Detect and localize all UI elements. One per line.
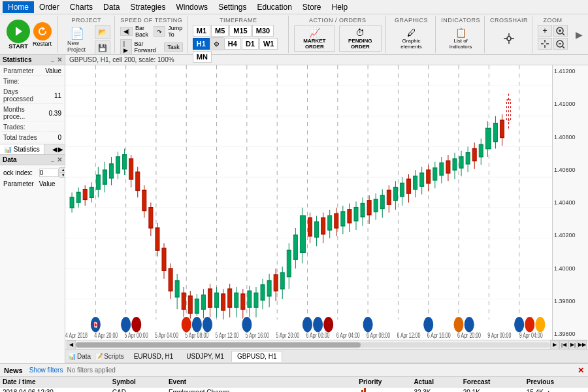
svg-rect-165 [472, 149, 476, 161]
svg-rect-141 [393, 188, 397, 201]
restart-button[interactable] [33, 22, 52, 41]
stats-prev-arrow[interactable]: ◀ [52, 146, 57, 153]
tf-d1[interactable]: D1 [242, 38, 259, 50]
tf-m1[interactable]: M1 [193, 25, 210, 37]
sidebar-toggle[interactable]: ▶ [573, 16, 585, 53]
stats-val-header: Value [43, 67, 63, 76]
task-button[interactable]: Task [164, 42, 183, 52]
col-previous: Previous [524, 377, 588, 387]
tf-w1[interactable]: W1 [259, 38, 278, 50]
col-forecast: Forecast [461, 377, 524, 387]
svg-text:6 Apr 12:00: 6 Apr 12:00 [397, 331, 420, 339]
tf-h1[interactable]: H1 [193, 38, 210, 50]
zoom-crosshair-button[interactable] [538, 38, 552, 50]
bar-back-button[interactable]: ◀| [120, 27, 133, 36]
svg-text:5 Apr 12:00: 5 Apr 12:00 [216, 331, 239, 339]
menu-settings[interactable]: Settings [213, 1, 252, 13]
menu-strategies[interactable]: Strategies [125, 1, 171, 13]
chart-canvas[interactable]: 🇨🇦 [65, 65, 552, 340]
menu-home[interactable]: Home [3, 1, 34, 13]
menu-education[interactable]: Education [252, 1, 297, 13]
tf-mn[interactable]: MN [193, 51, 212, 63]
list-indicators-label: List of indicators [446, 38, 476, 50]
stats-tab[interactable]: 📊 Statistics [0, 144, 44, 154]
scroll-right-arrow[interactable]: ▶ [550, 340, 559, 350]
stats-next-arrow[interactable]: ▶ [58, 146, 63, 153]
svg-rect-65 [142, 190, 146, 210]
stats-row-time: Time: [1, 77, 63, 86]
jump-to-button[interactable]: ↷ [154, 26, 165, 37]
svg-text:5 Apr 00:00: 5 Apr 00:00 [125, 331, 148, 339]
scrollbar-track[interactable] [76, 342, 550, 348]
menu-charts[interactable]: Charts [65, 1, 98, 13]
gbpusd-tab[interactable]: GBPUSD, H1 [231, 351, 283, 362]
stats-trades-val [43, 123, 63, 132]
svg-rect-105 [274, 274, 278, 291]
menu-help[interactable]: Help [327, 1, 353, 13]
svg-text:4 Apr 2018: 4 Apr 2018 [65, 331, 88, 339]
scroll-step-right-arrow[interactable]: ▶▶ [578, 340, 587, 350]
svg-text:9 Apr 00:00: 9 Apr 00:00 [487, 331, 511, 339]
list-indicators-button[interactable]: 📋 List of indicators [441, 25, 480, 52]
graphic-elements-icon: 🖊 [407, 27, 416, 38]
svg-rect-103 [267, 281, 271, 296]
scroll-start-arrow[interactable]: |◀ [559, 340, 568, 350]
menu-windows[interactable]: Windows [171, 1, 213, 13]
timeframe-settings-button[interactable]: ⚙ [210, 37, 223, 50]
tf-m5[interactable]: M5 [211, 25, 229, 37]
show-filters-button[interactable]: Show filters [29, 367, 63, 374]
market-order-button[interactable]: 📈 MARKET ORDER [294, 25, 335, 52]
data-index-field[interactable] [39, 169, 59, 177]
svg-rect-133 [367, 201, 371, 215]
svg-rect-53 [103, 170, 106, 184]
data-index-label: ock index: [1, 167, 36, 178]
zoom-in-button[interactable]: + [538, 25, 552, 37]
project-save-button[interactable]: 💾 [95, 41, 110, 55]
menu-store[interactable]: Store [297, 1, 327, 13]
svg-rect-123 [335, 214, 338, 228]
project-actions: 📂 💾 [95, 25, 110, 55]
svg-rect-125 [341, 212, 345, 226]
price-label-7: 1.39800 [554, 298, 587, 304]
crosshair-button[interactable] [497, 30, 521, 47]
svg-point-191 [514, 316, 525, 333]
tf-m30[interactable]: M30 [252, 25, 274, 37]
news-scroll[interactable]: Date / time Symbol Event Priority Actual… [0, 377, 588, 392]
tf-h4[interactable]: H4 [224, 38, 241, 50]
svg-text:5 Apr 16:00: 5 Apr 16:00 [246, 331, 269, 339]
menu-data[interactable]: Data [98, 1, 125, 13]
stats-row-days: Days processed 11 [1, 88, 63, 104]
bar-forward-button[interactable]: |▶ [120, 39, 132, 55]
scripts-tab-icon: 📝Scripts [95, 353, 124, 360]
svg-rect-113 [300, 216, 305, 252]
svg-marker-0 [16, 27, 22, 36]
statistics-minimize[interactable]: _ [51, 56, 54, 63]
scroll-left-arrow[interactable]: ◀ [67, 340, 76, 350]
svg-text:5 Apr 20:00: 5 Apr 20:00 [276, 331, 299, 339]
zoom-in-chart-button[interactable] [553, 25, 568, 37]
start-button[interactable] [7, 20, 30, 43]
svg-rect-63 [136, 172, 140, 190]
project-open-button[interactable]: 📂 [95, 25, 110, 39]
menu-order[interactable]: Order [34, 1, 65, 13]
data-minimize[interactable]: _ [51, 156, 54, 163]
scrollbar-thumb[interactable] [76, 342, 361, 348]
graphic-elements-button[interactable]: 🖊 Graphic elements [391, 25, 432, 52]
stats-row-trades: Trades: [1, 123, 63, 132]
chart-scrollbar[interactable]: ◀ ▶ |◀ ▶| ▶▶ [65, 340, 588, 349]
data-close[interactable]: ✕ [57, 156, 62, 163]
crosshair-section: CROSSHAIR [486, 16, 532, 53]
news-close-button[interactable]: ✕ [578, 366, 584, 375]
new-project-button[interactable]: 📄 New Project [63, 25, 92, 55]
usdjpy-tab[interactable]: USDJPY, M1 [180, 351, 230, 362]
eurusd-tab[interactable]: EURUSD, H1 [128, 351, 180, 362]
svg-text:4 Apr 20:00: 4 Apr 20:00 [94, 331, 118, 339]
pending-order-button[interactable]: ⏱ PENDING ORDER [339, 25, 382, 52]
scroll-end-arrow[interactable]: ▶| [568, 340, 578, 350]
statistics-close[interactable]: ✕ [57, 56, 62, 63]
zoom-out-button[interactable] [553, 38, 568, 50]
svg-rect-135 [374, 199, 378, 212]
statistics-scroll[interactable]: Parameter Value Time: Days processed 11 … [0, 65, 65, 144]
statistics-table: Parameter Value Time: Days processed 11 … [0, 65, 65, 144]
tf-m15[interactable]: M15 [229, 25, 251, 37]
